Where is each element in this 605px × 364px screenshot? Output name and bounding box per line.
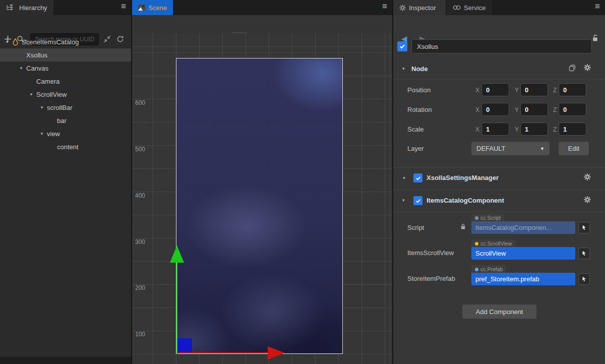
settings-manager-checkbox[interactable]	[413, 173, 422, 183]
ruler-label: 500	[135, 146, 145, 153]
tree-item-canvas[interactable]: ▾ Canvas	[0, 62, 131, 75]
x-axis-gizmo[interactable]	[177, 352, 271, 353]
tab-scene[interactable]: Scene	[132, 0, 173, 15]
scale-z-input[interactable]: 1	[559, 123, 586, 136]
inspector-panel: Inspector Service ≡ ◀ ▶ ▾ Node	[393, 0, 605, 364]
scale-y-input[interactable]: 1	[520, 123, 548, 136]
layer-label: Layer	[407, 145, 424, 152]
tree-item-sceneitemscatalog[interactable]: ▾ SceneItemsCatalog	[0, 35, 131, 48]
tab-inspector[interactable]: Inspector	[393, 0, 446, 15]
expand-arrow-icon[interactable]: ▾	[4, 39, 10, 44]
node-collapse-icon[interactable]: ▾	[402, 66, 405, 71]
inspector-menu-icon[interactable]: ≡	[595, 2, 600, 12]
hierarchy-panel: Hierarchy ≡ ▾ ▾	[0, 0, 131, 364]
tree-item-label: ScrollView	[36, 91, 67, 98]
scene-menu-icon[interactable]: ≡	[382, 2, 387, 12]
script-type-badge: cc.Script	[471, 214, 504, 222]
tree-item-label: SceneItemsCatalog	[22, 38, 79, 46]
type-dot-icon	[475, 216, 478, 220]
x-axis-arrow-icon[interactable]	[268, 346, 285, 359]
axis-y-label: Y	[515, 106, 519, 113]
items-scrollview-picker-button[interactable]	[578, 248, 590, 259]
script-label: Script	[407, 224, 424, 231]
axis-x-label: X	[475, 87, 479, 94]
hierarchy-tree: ▾ SceneItemsCatalog Xsollus ▾ Canvas Cam…	[0, 35, 131, 153]
divider	[393, 190, 605, 190]
axis-x-label: X	[475, 126, 479, 133]
tab-service[interactable]: Service	[447, 0, 492, 15]
scene-viewport[interactable]: 600 500 400 300 200 100 0	[132, 33, 392, 364]
rotation-z-input[interactable]: 0	[559, 103, 586, 116]
position-z-input[interactable]: 0	[559, 83, 586, 96]
tree-item-content[interactable]: content	[0, 140, 131, 153]
tree-item-camera[interactable]: Camera	[0, 75, 131, 88]
expand-arrow-icon[interactable]: ▾	[39, 131, 45, 136]
settings-manager-gear-icon[interactable]	[584, 173, 591, 183]
scrollview-type-badge: cc.ScrollView	[471, 239, 515, 248]
tree-item-scrollbar[interactable]: ▾ scrollBar	[0, 101, 131, 114]
script-picker-button[interactable]	[578, 222, 590, 233]
editor-window: Hierarchy ≡ ▾ ▾	[0, 0, 605, 364]
divider	[393, 167, 605, 168]
position-label: Position	[407, 86, 431, 94]
ruler-label: 300	[135, 238, 145, 246]
add-component-button[interactable]: Add Component	[462, 305, 536, 319]
y-axis-arrow-icon[interactable]	[170, 246, 184, 263]
inspector-tabbar: Inspector Service ≡	[393, 0, 605, 15]
tree-item-label: bar	[57, 117, 67, 125]
rotation-y-input[interactable]: 0	[520, 103, 548, 116]
axis-z-label: Z	[553, 126, 557, 133]
prefab-type-badge: cc.Prefab	[471, 265, 506, 273]
scene-image-icon	[138, 5, 145, 11]
tree-item-label: scrollBar	[47, 104, 73, 111]
tab-service-label: Service	[464, 4, 486, 12]
node-active-checkbox[interactable]	[397, 41, 407, 51]
tree-item-scrollview[interactable]: ▾ ScrollView	[0, 88, 131, 101]
ruler-label: 200	[135, 284, 145, 291]
layer-edit-button[interactable]: Edit	[559, 142, 589, 155]
position-y-input[interactable]: 0	[520, 83, 548, 96]
node-section-title: Node	[411, 65, 428, 73]
items-catalog-gear-icon[interactable]	[584, 196, 591, 205]
chevron-down-icon: ▼	[540, 146, 544, 151]
storeitem-prefab-label: StoreItemPrefab	[407, 275, 455, 282]
axis-y-label: Y	[515, 126, 519, 133]
tree-item-view[interactable]: ▾ view	[0, 127, 131, 140]
tree-item-bar[interactable]: bar	[0, 114, 131, 127]
settings-manager-title: XsollaSettingsManager	[427, 174, 499, 181]
scale-x-input[interactable]: 1	[481, 123, 509, 136]
scene-panel: Scene ≡ Default De...	[132, 0, 392, 364]
lock-icon[interactable]	[591, 34, 599, 44]
hierarchy-menu-icon[interactable]: ≡	[121, 2, 126, 12]
expand-arrow-icon[interactable]: ▾	[18, 66, 24, 71]
items-scrollview-label: ItemsScrollView	[407, 249, 454, 257]
node-name-input[interactable]	[411, 39, 592, 53]
script-reference-field[interactable]: ItemsCatalogComponen...	[471, 221, 575, 234]
storeitem-prefab-picker-button[interactable]	[578, 273, 590, 285]
storeitem-prefab-reference-field[interactable]: pref_StoreItem.prefab	[471, 273, 575, 285]
type-dot-icon	[475, 268, 478, 271]
scene-tabbar: Scene ≡	[132, 0, 392, 15]
design-canvas[interactable]	[176, 58, 343, 354]
copy-component-icon[interactable]	[569, 65, 576, 74]
node-gear-icon[interactable]	[584, 64, 591, 73]
y-axis-gizmo[interactable]	[176, 261, 177, 354]
items-catalog-checkbox[interactable]	[413, 196, 422, 205]
ruler-label: 100	[135, 331, 145, 338]
layer-select[interactable]: DEFAULT ▼	[471, 142, 550, 155]
ruler-label: 400	[135, 192, 145, 199]
items-catalog-collapse-icon[interactable]: ▾	[402, 198, 405, 203]
origin-node-rect[interactable]	[177, 338, 192, 353]
tree-item-xsollus[interactable]: Xsollus	[0, 48, 131, 62]
rotation-x-input[interactable]: 0	[481, 103, 509, 116]
position-x-input[interactable]: 0	[481, 83, 509, 96]
divider	[393, 79, 605, 79]
settings-manager-expand-icon[interactable]: ▸	[403, 175, 406, 180]
tree-item-label: view	[47, 130, 60, 138]
hierarchy-toolbar: ▾	[0, 15, 131, 33]
items-scrollview-reference-field[interactable]: ScrollView	[471, 247, 575, 260]
layer-select-value: DEFAULT	[476, 145, 506, 152]
expand-arrow-icon[interactable]: ▾	[28, 92, 34, 97]
expand-arrow-icon[interactable]: ▾	[39, 105, 45, 110]
tab-hierarchy[interactable]: Hierarchy	[0, 0, 53, 15]
